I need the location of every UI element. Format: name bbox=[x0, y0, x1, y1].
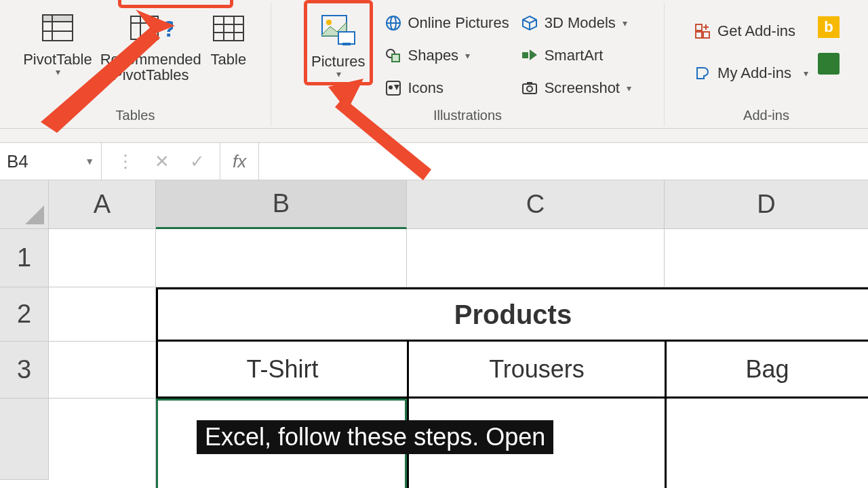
cell-a2[interactable] bbox=[49, 287, 156, 342]
cell-d4[interactable] bbox=[665, 399, 868, 488]
chevron-down-icon: ▾ bbox=[623, 18, 627, 28]
formula-bar: B4 ▼ ⋮ ✕ ✓ fx bbox=[0, 142, 868, 180]
select-all-corner[interactable] bbox=[0, 180, 49, 228]
group-label-illustrations: Illustrations bbox=[433, 106, 502, 123]
video-caption: Excel, follow these steps. Open bbox=[197, 420, 553, 454]
icons-icon bbox=[384, 79, 403, 97]
cell-b1[interactable] bbox=[156, 229, 407, 287]
get-addins-button[interactable]: Get Add-ins bbox=[693, 16, 808, 46]
table-label: Table bbox=[211, 52, 247, 67]
shapes-icon bbox=[384, 47, 403, 64]
get-addins-label: Get Add-ins bbox=[717, 22, 795, 40]
ribbon-group-illustrations: Pictures ▾ Online Pictures Shapes ▾ bbox=[271, 3, 665, 126]
pictures-highlight: Pictures ▾ bbox=[304, 0, 372, 85]
svg-text:?: ? bbox=[162, 16, 173, 41]
svg-rect-9 bbox=[214, 16, 243, 41]
cancel-icon[interactable]: ✕ bbox=[155, 151, 170, 172]
icons-button[interactable]: Icons bbox=[384, 73, 509, 103]
group-label-tables: Tables bbox=[116, 106, 155, 123]
chevron-down-icon: ▾ bbox=[56, 67, 60, 77]
cell-d1[interactable] bbox=[665, 229, 868, 287]
svg-point-15 bbox=[326, 20, 332, 25]
bing-icon[interactable]: b bbox=[818, 16, 840, 38]
online-pictures-label: Online Pictures bbox=[408, 14, 509, 32]
name-box[interactable]: B4 ▼ bbox=[0, 143, 102, 180]
row-header-4[interactable] bbox=[0, 399, 49, 480]
smartart-label: SmartArt bbox=[545, 47, 604, 64]
svg-rect-5 bbox=[131, 16, 158, 39]
svg-marker-28 bbox=[530, 49, 537, 60]
grip-icon: ⋮ bbox=[117, 151, 134, 172]
get-addins-icon bbox=[693, 22, 712, 40]
col-header-d[interactable]: D bbox=[665, 180, 868, 228]
svg-rect-16 bbox=[338, 32, 355, 44]
icons-label: Icons bbox=[408, 79, 444, 97]
smartart-button[interactable]: SmartArt bbox=[520, 41, 631, 70]
cell-c1[interactable] bbox=[407, 229, 665, 287]
svg-rect-17 bbox=[342, 43, 351, 45]
chevron-down-icon[interactable]: ▼ bbox=[85, 156, 94, 167]
screenshot-button[interactable]: Screenshot ▾ bbox=[520, 73, 631, 103]
fx-label[interactable]: fx bbox=[220, 143, 259, 180]
group-label-addins: Add-ins bbox=[743, 106, 789, 123]
ribbon-group-tables: PivotTable ▾ ? Recommended PivotTables T… bbox=[0, 3, 271, 126]
cell-a1[interactable] bbox=[49, 229, 156, 287]
3d-models-button[interactable]: 3D Models ▾ bbox=[520, 8, 631, 38]
svg-rect-22 bbox=[392, 54, 399, 62]
chevron-down-icon: ▾ bbox=[465, 50, 470, 61]
row-header-1[interactable]: 1 bbox=[0, 229, 49, 287]
svg-rect-33 bbox=[696, 32, 702, 38]
cell-products-header[interactable]: Products bbox=[156, 287, 868, 342]
pivottable-icon bbox=[39, 5, 77, 52]
table-icon bbox=[210, 5, 248, 52]
svg-rect-23 bbox=[387, 81, 400, 95]
addin-tile-icon[interactable] bbox=[818, 53, 840, 75]
chevron-down-icon: ▾ bbox=[336, 69, 341, 79]
col-header-a[interactable]: A bbox=[49, 180, 156, 228]
cube-icon bbox=[520, 14, 539, 32]
online-pictures-button[interactable]: Online Pictures bbox=[384, 8, 509, 38]
row-header-3[interactable]: 3 bbox=[0, 342, 49, 399]
cell-b3[interactable]: T-Shirt bbox=[156, 342, 407, 399]
3d-models-label: 3D Models bbox=[545, 14, 616, 32]
ribbon-group-addins: Get Add-ins My Add-ins ▾ b Add-ins bbox=[665, 3, 868, 126]
shapes-button[interactable]: Shapes ▾ bbox=[384, 41, 509, 70]
my-addins-button[interactable]: My Add-ins ▾ bbox=[693, 58, 808, 88]
smartart-icon bbox=[520, 47, 539, 64]
cell-a4[interactable] bbox=[49, 399, 156, 488]
recommended-pivottables-button[interactable]: ? Recommended PivotTables bbox=[99, 4, 203, 84]
my-addins-label: My Add-ins bbox=[717, 64, 791, 82]
svg-point-24 bbox=[389, 85, 393, 89]
pictures-button[interactable]: Pictures ▾ bbox=[310, 6, 366, 81]
my-addins-icon bbox=[693, 64, 712, 82]
formula-input[interactable] bbox=[259, 143, 868, 180]
screenshot-label: Screenshot bbox=[545, 79, 620, 97]
recommended-pivottables-icon: ? bbox=[128, 5, 173, 52]
name-box-value: B4 bbox=[7, 151, 28, 172]
pictures-icon bbox=[318, 7, 359, 54]
chevron-down-icon: ▾ bbox=[627, 83, 631, 94]
cell-c3[interactable]: Trousers bbox=[407, 342, 665, 399]
screenshot-icon bbox=[520, 79, 539, 97]
pictures-label: Pictures bbox=[311, 54, 365, 69]
svg-rect-34 bbox=[703, 32, 709, 38]
cell-d3[interactable]: Bag bbox=[665, 342, 868, 399]
chevron-down-icon: ▾ bbox=[804, 68, 808, 79]
shapes-label: Shapes bbox=[408, 47, 459, 64]
online-pictures-icon bbox=[384, 14, 403, 32]
pivottable-button[interactable]: PivotTable ▾ bbox=[22, 4, 94, 79]
svg-point-30 bbox=[527, 86, 532, 92]
table-button[interactable]: Table bbox=[208, 4, 249, 68]
svg-rect-31 bbox=[527, 82, 532, 85]
pivottable-label: PivotTable bbox=[23, 52, 92, 67]
col-header-c[interactable]: C bbox=[407, 180, 665, 228]
svg-rect-1 bbox=[43, 15, 73, 22]
row-header-2[interactable]: 2 bbox=[0, 287, 49, 342]
row-headers: 1 2 3 bbox=[0, 229, 49, 488]
recommended-pivottables-label: Recommended PivotTables bbox=[100, 52, 201, 83]
column-headers: A B C D bbox=[0, 180, 868, 229]
enter-icon[interactable]: ✓ bbox=[190, 151, 205, 172]
col-header-b[interactable]: B bbox=[156, 180, 407, 229]
cell-a3[interactable] bbox=[49, 342, 156, 399]
svg-rect-27 bbox=[522, 52, 528, 58]
